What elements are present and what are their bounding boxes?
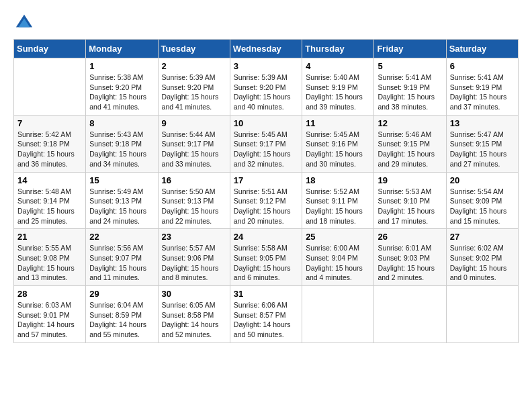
- day-info: Sunrise: 5:57 AM Sunset: 9:06 PM Dayligh…: [162, 243, 226, 283]
- day-info: Sunrise: 6:00 AM Sunset: 9:04 PM Dayligh…: [306, 243, 370, 283]
- day-number: 18: [306, 175, 370, 185]
- day-number: 2: [162, 61, 226, 71]
- day-info: Sunrise: 5:44 AM Sunset: 9:17 PM Dayligh…: [162, 130, 226, 169]
- calendar-cell: 30Sunrise: 6:05 AM Sunset: 8:58 PM Dayli…: [158, 286, 230, 343]
- calendar-cell: 21Sunrise: 5:55 AM Sunset: 9:08 PM Dayli…: [14, 229, 86, 286]
- calendar-cell: 18Sunrise: 5:52 AM Sunset: 9:11 PM Dayli…: [302, 172, 374, 229]
- day-info: Sunrise: 5:43 AM Sunset: 9:18 PM Dayligh…: [89, 130, 154, 169]
- day-info: Sunrise: 5:50 AM Sunset: 9:13 PM Dayligh…: [162, 187, 226, 226]
- day-number: 16: [162, 175, 226, 185]
- day-info: Sunrise: 5:53 AM Sunset: 9:10 PM Dayligh…: [378, 187, 442, 226]
- calendar-cell: 9Sunrise: 5:44 AM Sunset: 9:17 PM Daylig…: [158, 115, 230, 172]
- weekday-header: Wednesday: [230, 40, 302, 58]
- calendar-cell: 7Sunrise: 5:42 AM Sunset: 9:18 PM Daylig…: [14, 115, 86, 172]
- calendar-cell: 19Sunrise: 5:53 AM Sunset: 9:10 PM Dayli…: [374, 172, 446, 229]
- logo: [13, 13, 34, 32]
- day-number: 27: [450, 232, 515, 242]
- calendar-cell: 8Sunrise: 5:43 AM Sunset: 9:18 PM Daylig…: [86, 115, 158, 172]
- day-number: 14: [17, 175, 82, 185]
- day-info: Sunrise: 5:40 AM Sunset: 9:19 PM Dayligh…: [306, 73, 370, 112]
- day-number: 23: [162, 232, 226, 242]
- calendar-cell: 20Sunrise: 5:54 AM Sunset: 9:09 PM Dayli…: [446, 172, 518, 229]
- day-number: 9: [162, 118, 226, 128]
- calendar-cell: 16Sunrise: 5:50 AM Sunset: 9:13 PM Dayli…: [158, 172, 230, 229]
- calendar-cell: 17Sunrise: 5:51 AM Sunset: 9:12 PM Dayli…: [230, 172, 302, 229]
- calendar-cell: 6Sunrise: 5:41 AM Sunset: 9:19 PM Daylig…: [446, 58, 518, 116]
- day-info: Sunrise: 5:38 AM Sunset: 9:20 PM Dayligh…: [89, 73, 154, 112]
- day-number: 25: [306, 232, 370, 242]
- day-info: Sunrise: 5:46 AM Sunset: 9:15 PM Dayligh…: [378, 130, 442, 169]
- calendar-cell: [302, 286, 374, 343]
- day-number: 3: [234, 61, 298, 71]
- weekday-header: Thursday: [302, 40, 374, 58]
- day-number: 29: [89, 289, 154, 299]
- calendar-cell: 14Sunrise: 5:48 AM Sunset: 9:14 PM Dayli…: [14, 172, 86, 229]
- day-info: Sunrise: 5:39 AM Sunset: 9:20 PM Dayligh…: [162, 73, 226, 112]
- calendar-cell: 1Sunrise: 5:38 AM Sunset: 9:20 PM Daylig…: [86, 58, 158, 116]
- day-number: 6: [450, 61, 515, 71]
- calendar-cell: 12Sunrise: 5:46 AM Sunset: 9:15 PM Dayli…: [374, 115, 446, 172]
- calendar-cell: 10Sunrise: 5:45 AM Sunset: 9:17 PM Dayli…: [230, 115, 302, 172]
- day-number: 11: [306, 118, 370, 128]
- day-info: Sunrise: 5:48 AM Sunset: 9:14 PM Dayligh…: [17, 187, 82, 226]
- calendar-header: SundayMondayTuesdayWednesdayThursdayFrid…: [14, 40, 519, 58]
- calendar-cell: 2Sunrise: 5:39 AM Sunset: 9:20 PM Daylig…: [158, 58, 230, 116]
- day-info: Sunrise: 6:03 AM Sunset: 9:01 PM Dayligh…: [17, 300, 82, 340]
- day-number: 8: [89, 118, 154, 128]
- day-number: 10: [234, 118, 298, 128]
- calendar-cell: 26Sunrise: 6:01 AM Sunset: 9:03 PM Dayli…: [374, 229, 446, 286]
- weekday-header: Tuesday: [158, 40, 230, 58]
- calendar-cell: 13Sunrise: 5:47 AM Sunset: 9:15 PM Dayli…: [446, 115, 518, 172]
- day-info: Sunrise: 5:41 AM Sunset: 9:19 PM Dayligh…: [378, 73, 442, 112]
- day-number: 31: [234, 289, 298, 299]
- day-number: 21: [17, 232, 82, 242]
- day-info: Sunrise: 6:06 AM Sunset: 8:57 PM Dayligh…: [234, 300, 298, 340]
- day-info: Sunrise: 6:05 AM Sunset: 8:58 PM Dayligh…: [162, 300, 226, 340]
- calendar-cell: 24Sunrise: 5:58 AM Sunset: 9:05 PM Dayli…: [230, 229, 302, 286]
- day-number: 7: [17, 118, 82, 128]
- day-info: Sunrise: 5:39 AM Sunset: 9:20 PM Dayligh…: [234, 73, 298, 112]
- day-info: Sunrise: 5:54 AM Sunset: 9:09 PM Dayligh…: [450, 187, 515, 226]
- day-number: 13: [450, 118, 515, 128]
- day-number: 17: [234, 175, 298, 185]
- day-number: 26: [378, 232, 442, 242]
- day-number: 28: [17, 289, 82, 299]
- calendar-cell: [14, 58, 86, 116]
- calendar-cell: 28Sunrise: 6:03 AM Sunset: 9:01 PM Dayli…: [14, 286, 86, 343]
- calendar-cell: 23Sunrise: 5:57 AM Sunset: 9:06 PM Dayli…: [158, 229, 230, 286]
- calendar-cell: 5Sunrise: 5:41 AM Sunset: 9:19 PM Daylig…: [374, 58, 446, 116]
- day-number: 30: [162, 289, 226, 299]
- day-number: 1: [89, 61, 154, 71]
- day-info: Sunrise: 5:49 AM Sunset: 9:13 PM Dayligh…: [89, 187, 154, 226]
- day-info: Sunrise: 6:04 AM Sunset: 8:59 PM Dayligh…: [89, 300, 154, 340]
- weekday-header: Monday: [86, 40, 158, 58]
- day-number: 12: [378, 118, 442, 128]
- calendar-cell: 11Sunrise: 5:45 AM Sunset: 9:16 PM Dayli…: [302, 115, 374, 172]
- day-info: Sunrise: 5:41 AM Sunset: 9:19 PM Dayligh…: [450, 73, 515, 112]
- day-number: 22: [89, 232, 154, 242]
- calendar-cell: 31Sunrise: 6:06 AM Sunset: 8:57 PM Dayli…: [230, 286, 302, 343]
- day-number: 19: [378, 175, 442, 185]
- calendar-table: SundayMondayTuesdayWednesdayThursdayFrid…: [13, 39, 519, 343]
- calendar-cell: [374, 286, 446, 343]
- day-info: Sunrise: 5:42 AM Sunset: 9:18 PM Dayligh…: [17, 130, 82, 169]
- weekday-header: Friday: [374, 40, 446, 58]
- weekday-header: Saturday: [446, 40, 518, 58]
- day-number: 15: [89, 175, 154, 185]
- calendar-cell: 4Sunrise: 5:40 AM Sunset: 9:19 PM Daylig…: [302, 58, 374, 116]
- day-info: Sunrise: 5:45 AM Sunset: 9:16 PM Dayligh…: [306, 130, 370, 169]
- logo-icon: [15, 13, 34, 32]
- day-info: Sunrise: 6:01 AM Sunset: 9:03 PM Dayligh…: [378, 243, 442, 283]
- day-info: Sunrise: 5:56 AM Sunset: 9:07 PM Dayligh…: [89, 243, 154, 283]
- day-number: 20: [450, 175, 515, 185]
- day-info: Sunrise: 5:55 AM Sunset: 9:08 PM Dayligh…: [17, 243, 82, 283]
- day-info: Sunrise: 5:52 AM Sunset: 9:11 PM Dayligh…: [306, 187, 370, 226]
- page-header: [13, 13, 519, 32]
- calendar-cell: 3Sunrise: 5:39 AM Sunset: 9:20 PM Daylig…: [230, 58, 302, 116]
- day-number: 4: [306, 61, 370, 71]
- calendar-cell: [446, 286, 518, 343]
- day-number: 24: [234, 232, 298, 242]
- day-info: Sunrise: 5:45 AM Sunset: 9:17 PM Dayligh…: [234, 130, 298, 169]
- calendar-cell: 15Sunrise: 5:49 AM Sunset: 9:13 PM Dayli…: [86, 172, 158, 229]
- calendar-cell: 25Sunrise: 6:00 AM Sunset: 9:04 PM Dayli…: [302, 229, 374, 286]
